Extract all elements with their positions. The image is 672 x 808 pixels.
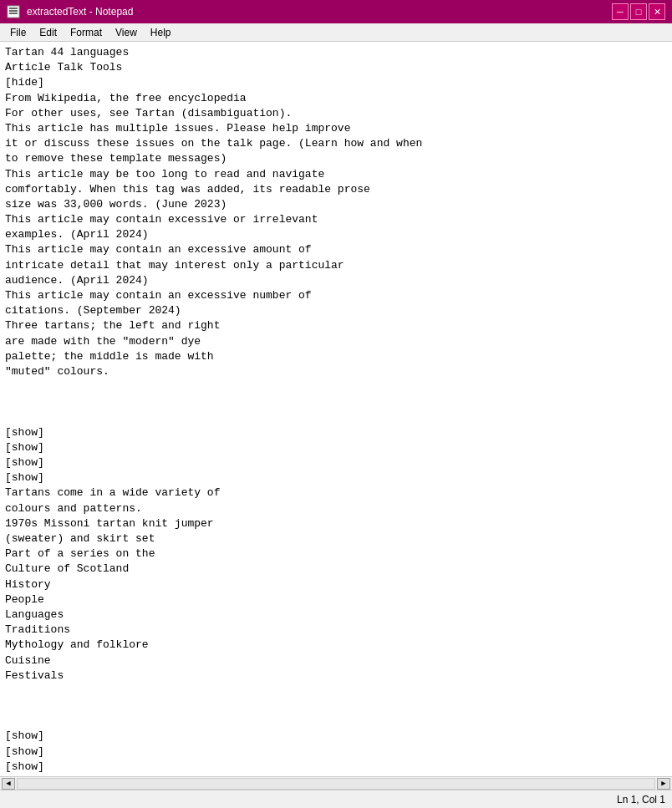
- svg-rect-0: [8, 6, 19, 18]
- menu-bar: File Edit Format View Help: [0, 23, 672, 42]
- menu-help[interactable]: Help: [144, 25, 178, 40]
- app-icon: [7, 5, 20, 18]
- close-button[interactable]: ✕: [649, 3, 665, 20]
- scroll-right-button[interactable]: ▶: [657, 778, 670, 790]
- maximize-button[interactable]: □: [630, 3, 647, 20]
- scroll-track[interactable]: [17, 778, 655, 790]
- window-title: extractedText - Notepad: [27, 6, 605, 18]
- cursor-position: Ln 1, Col 1: [617, 794, 665, 805]
- editor-container: [0, 42, 672, 776]
- window-controls: ─ □ ✕: [612, 3, 665, 20]
- menu-view[interactable]: View: [109, 25, 144, 40]
- title-bar: extractedText - Notepad ─ □ ✕: [0, 0, 672, 23]
- menu-format[interactable]: Format: [64, 25, 109, 40]
- menu-file[interactable]: File: [3, 25, 33, 40]
- scroll-left-button[interactable]: ◀: [2, 778, 15, 790]
- status-bar: Ln 1, Col 1: [0, 790, 672, 808]
- horizontal-scrollbar[interactable]: ◀ ▶: [0, 776, 672, 790]
- text-editor[interactable]: [0, 42, 672, 776]
- menu-edit[interactable]: Edit: [33, 25, 64, 40]
- minimize-button[interactable]: ─: [612, 3, 629, 20]
